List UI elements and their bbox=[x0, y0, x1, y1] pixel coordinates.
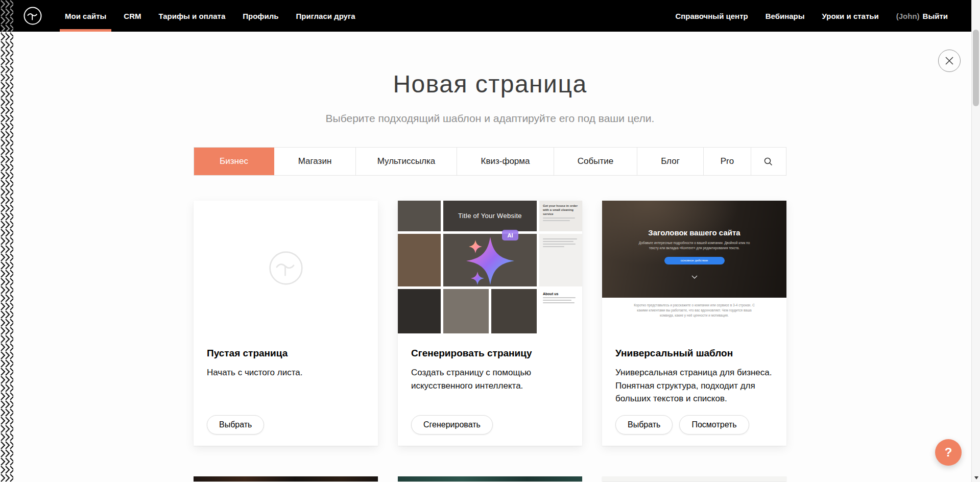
tilda-logo[interactable] bbox=[22, 6, 43, 26]
close-button[interactable] bbox=[938, 50, 961, 72]
text-tile: About us bbox=[539, 289, 582, 333]
preview-about-heading: About us bbox=[543, 292, 579, 296]
tab-quiz-form[interactable]: Квиз-форма bbox=[457, 148, 554, 175]
nav-invite-friend[interactable]: Пригласи друга bbox=[287, 0, 364, 32]
tab-multilink[interactable]: Мультиссылка bbox=[356, 148, 457, 175]
template-category-tabs: Бизнес Магазин Мультиссылка Квиз-форма С… bbox=[194, 147, 786, 176]
preview-site-title: Title of Your Website bbox=[398, 212, 582, 220]
preview-universal-button[interactable]: Посмотреть bbox=[679, 415, 749, 435]
card-title: Пустая страница bbox=[207, 348, 365, 359]
scrollbar-thumb[interactable] bbox=[973, 30, 979, 106]
photo-tile bbox=[398, 289, 441, 333]
select-universal-button[interactable]: Выбрать bbox=[615, 415, 673, 435]
user-name: (John) bbox=[896, 12, 920, 20]
scrollbar[interactable] bbox=[971, 0, 980, 482]
tab-event[interactable]: Событие bbox=[554, 148, 637, 175]
search-icon bbox=[764, 157, 773, 166]
universal-template-preview: Заголовок вашего сайта Добавьте интересн… bbox=[602, 201, 786, 333]
tab-pro[interactable]: Pro bbox=[704, 148, 751, 175]
template-cards-grid: Пустая страница Начать с чистого листа. … bbox=[194, 201, 786, 446]
nav-lessons[interactable]: Уроки и статьи bbox=[814, 0, 888, 32]
template-cards-row2 bbox=[194, 476, 786, 481]
nav-tariffs[interactable]: Тарифы и оплата bbox=[150, 0, 234, 32]
card-title: Сгенерировать страницу bbox=[411, 348, 569, 359]
nav-help-center[interactable]: Справочный центр bbox=[666, 0, 756, 32]
template-card-partial[interactable] bbox=[602, 476, 786, 481]
card-description: Создать страницу с помощью искусственног… bbox=[411, 366, 569, 392]
scrollbar-down-arrow[interactable] bbox=[972, 474, 980, 482]
tab-blog[interactable]: Блог bbox=[637, 148, 704, 175]
preview-hero-text: Добавьте интересные подробности о вашей … bbox=[635, 240, 754, 251]
card-blank-page: Пустая страница Начать с чистого листа. … bbox=[194, 201, 378, 446]
generate-button[interactable]: Сгенерировать bbox=[411, 415, 493, 435]
chevron-down-icon bbox=[691, 275, 698, 279]
text-tile bbox=[539, 234, 582, 286]
logout-label: Выйти bbox=[923, 12, 948, 20]
card-description: Универсальная страница для бизнеса. Поня… bbox=[615, 366, 773, 405]
secondary-nav: Справочный центр Вебинары Уроки и статьи… bbox=[666, 0, 957, 32]
photo-tile bbox=[398, 234, 441, 286]
ai-badge: AI bbox=[502, 230, 518, 240]
top-navigation-bar: Мои сайты CRM Тарифы и оплата Профиль Пр… bbox=[0, 0, 980, 32]
tab-business[interactable]: Бизнес bbox=[194, 148, 274, 175]
nav-webinars[interactable]: Вебинары bbox=[757, 0, 814, 32]
preview-body: Коротко представьтесь и расскажите о ком… bbox=[602, 298, 786, 333]
main-nav: Мои сайты CRM Тарифы и оплата Профиль Пр… bbox=[56, 0, 364, 32]
new-page-dialog: Новая страница Выберите подходящий шабло… bbox=[0, 32, 980, 481]
nav-profile[interactable]: Профиль bbox=[234, 0, 287, 32]
logout-link[interactable]: (John) Выйти bbox=[888, 0, 957, 32]
template-card-partial[interactable] bbox=[398, 476, 582, 481]
template-card-partial[interactable] bbox=[194, 476, 378, 481]
preview-hero-button: основное действие bbox=[664, 257, 725, 264]
card-ai-generate: Get your house in order with a small cle… bbox=[398, 201, 582, 446]
preview-hero-title: Заголовок вашего сайта bbox=[602, 228, 786, 237]
tab-store[interactable]: Магазин bbox=[274, 148, 356, 175]
page-title: Новая страница bbox=[0, 70, 980, 98]
card-universal-template: Заголовок вашего сайта Добавьте интересн… bbox=[602, 201, 786, 446]
search-tab[interactable] bbox=[751, 148, 785, 175]
nav-crm[interactable]: CRM bbox=[115, 0, 150, 32]
nav-my-sites[interactable]: Мои сайты bbox=[56, 0, 115, 32]
card-description: Начать с чистого листа. bbox=[207, 366, 365, 379]
ai-template-preview: Get your house in order with a small cle… bbox=[398, 201, 582, 333]
preview-body-text: Коротко представьтесь и расскажите о ком… bbox=[631, 303, 758, 318]
select-blank-button[interactable]: Выбрать bbox=[207, 415, 264, 435]
help-button[interactable]: ? bbox=[935, 439, 962, 466]
close-icon bbox=[945, 56, 954, 65]
preview-hero: Заголовок вашего сайта Добавьте интересн… bbox=[602, 201, 786, 298]
tilda-watermark-icon bbox=[267, 249, 305, 290]
card-title: Универсальный шаблон bbox=[615, 348, 773, 359]
page-subtitle: Выберите подходящий шаблон и адаптируйте… bbox=[0, 112, 980, 125]
